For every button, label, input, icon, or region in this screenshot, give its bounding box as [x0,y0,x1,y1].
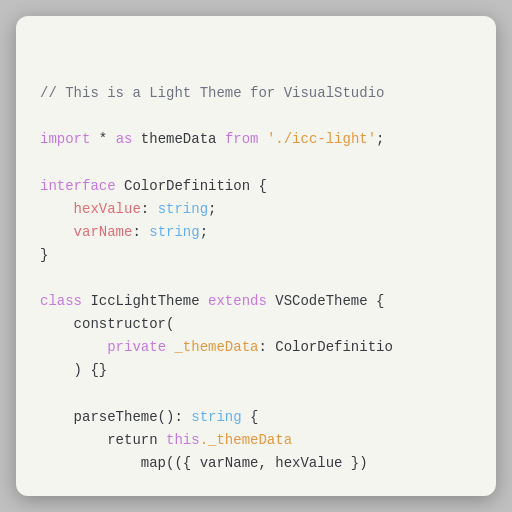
code-line: private _themeData: ColorDefinitio [40,336,472,359]
code-token: string [149,224,199,240]
code-token: private [107,339,166,355]
code-line [40,105,472,128]
code-token: string [191,409,241,425]
code-token: ; [208,201,216,217]
code-token: IccLightTheme [82,293,208,309]
code-line: class IccLightTheme extends VSCodeTheme … [40,290,472,313]
code-line [40,382,472,405]
code-line: interface ColorDefinition { [40,175,472,198]
code-token: map(({ varName, hexValue }) [40,455,368,471]
code-token: : [141,201,158,217]
code-line: hexValue: string; [40,198,472,221]
code-token: hexValue [40,201,141,217]
code-token: class [40,293,82,309]
code-token: from [225,131,259,147]
code-token [258,131,266,147]
code-token: './icc-light' [267,131,376,147]
code-line: } [40,244,472,267]
code-token: } [40,247,48,263]
code-line [40,267,472,290]
code-token: ; [376,131,384,147]
code-token: : [132,224,149,240]
code-line: import * as themeData from './icc-light'… [40,128,472,151]
code-token: * [90,131,115,147]
code-token: ) {} [40,362,107,378]
code-token: varName [40,224,132,240]
code-token: ColorDefinition { [116,178,267,194]
code-token: { [242,409,259,425]
code-line: constructor( [40,313,472,336]
code-token: ._themeData [200,432,292,448]
code-token: VSCodeTheme { [267,293,385,309]
code-line: ) {} [40,359,472,382]
code-token: _themeData [166,339,258,355]
code-token: string [158,201,208,217]
code-token: // This is a Light Theme for VisualStudi… [40,85,384,101]
code-token: extends [208,293,267,309]
code-token: ; [200,224,208,240]
code-token: parseTheme(): [40,409,191,425]
code-line [40,151,472,174]
code-line: return this._themeData [40,429,472,452]
code-token: constructor( [40,316,174,332]
code-token: : ColorDefinitio [258,339,392,355]
code-token: return [40,432,166,448]
code-token: interface [40,178,116,194]
code-block: // This is a Light Theme for VisualStudi… [40,36,472,475]
code-line: // This is a Light Theme for VisualStudi… [40,82,472,105]
editor-window: // This is a Light Theme for VisualStudi… [16,16,496,496]
code-line: varName: string; [40,221,472,244]
code-token [40,339,107,355]
code-token: import [40,131,90,147]
code-line: map(({ varName, hexValue }) [40,452,472,475]
code-line: parseTheme(): string { [40,406,472,429]
code-token: this [166,432,200,448]
code-token: themeData [132,131,224,147]
code-token: as [116,131,133,147]
